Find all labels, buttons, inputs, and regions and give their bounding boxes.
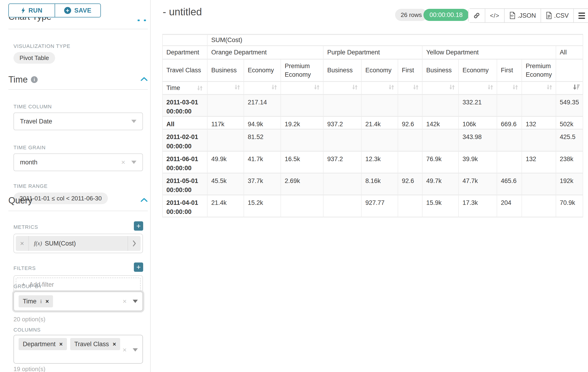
sort-icon[interactable] <box>449 84 455 91</box>
pivot-value-cell: 465.6 <box>497 173 522 195</box>
pivot-class-header: Premium Economy <box>522 60 556 82</box>
pivot-table: SUM(Cost)DepartmentOrange DepartmentPurp… <box>162 34 583 217</box>
sort-icon[interactable] <box>196 85 203 92</box>
time-column-label: TIME COLUMN <box>13 104 52 110</box>
pivot-sort-cell[interactable] <box>281 82 324 95</box>
pivot-sort-cell[interactable] <box>556 82 583 95</box>
add-metric-button[interactable]: + <box>134 221 143 231</box>
info-icon[interactable]: i <box>31 76 38 83</box>
tag-label: Travel Class <box>74 340 109 348</box>
pivot-row-header: 2011-06-01 00:00:00 <box>162 152 208 173</box>
add-filter-plus-button[interactable]: + <box>134 263 143 272</box>
group-by-select[interactable]: Timei× × <box>13 292 143 311</box>
pivot-value-cell: 19.2k <box>281 117 324 129</box>
chart-actions-bar: </> .JSON .CSV <box>468 8 588 23</box>
sort-icon[interactable] <box>512 84 519 91</box>
pivot-col-group-header: Purple Department <box>324 46 422 60</box>
metrics-box: × f(x) SUM(Cost) <box>13 234 143 253</box>
pivot-value-cell: 332.21 <box>459 95 497 117</box>
pivot-value-cell <box>208 95 244 117</box>
pivot-value-cell: 37.7k <box>244 173 281 195</box>
view-query-button[interactable]: </> <box>485 9 504 22</box>
pivot-value-cell <box>362 129 398 151</box>
pivot-value-cell: 238k <box>556 152 583 173</box>
time-column-select[interactable]: Travel Date <box>13 113 143 130</box>
sort-descending-icon[interactable] <box>573 84 580 91</box>
chart-menu-button[interactable] <box>573 9 588 22</box>
pivot-value-cell: 92.6 <box>398 117 422 129</box>
pivot-corner-cell <box>162 34 208 46</box>
sort-icon[interactable] <box>487 84 494 91</box>
clear-icon[interactable]: × <box>123 298 127 305</box>
pivot-value-cell: 15.2k <box>244 195 281 217</box>
pivot-sort-cell[interactable] <box>459 82 497 95</box>
pivot-sort-cell[interactable] <box>324 82 362 95</box>
chevron-down-icon[interactable] <box>133 300 138 303</box>
pivot-sort-cell[interactable] <box>497 82 522 95</box>
export-json-button[interactable]: .JSON <box>504 9 541 22</box>
pivot-class-header: First <box>398 60 422 82</box>
pivot-value-cell: 502k <box>556 117 583 129</box>
metric-pill[interactable]: × f(x) SUM(Cost) <box>16 236 141 251</box>
sort-icon[interactable] <box>271 84 278 91</box>
dimension-tag[interactable]: Travel Class× <box>70 338 120 350</box>
pivot-value-cell: 117k <box>208 117 244 129</box>
pivot-row-dim-travel-class: Travel Class <box>162 60 208 82</box>
pivot-value-cell: 343.98 <box>459 129 497 151</box>
pivot-sort-cell[interactable] <box>208 82 244 95</box>
pivot-value-cell <box>398 95 422 117</box>
pivot-value-cell: 937.2 <box>324 117 362 129</box>
time-grain-select[interactable]: month × <box>13 153 143 171</box>
sort-icon[interactable] <box>313 84 320 91</box>
expand-metric-icon[interactable] <box>128 236 141 251</box>
remove-tag-icon[interactable]: × <box>46 298 49 305</box>
chart-title[interactable]: - untitled <box>163 6 202 18</box>
collapse-section-icon[interactable] <box>140 77 148 82</box>
remove-tag-icon[interactable]: × <box>59 341 63 348</box>
chevron-down-icon[interactable] <box>131 161 136 164</box>
pivot-data-row: All117k94.9k19.2k937.221.4k92.6142k106k6… <box>162 117 583 129</box>
share-link-button[interactable] <box>469 9 485 22</box>
collapse-section-icon[interactable] <box>140 198 148 203</box>
columns-select[interactable]: Department×Travel Class× × <box>13 335 143 364</box>
chart-type-collapse-icon[interactable] <box>137 20 140 21</box>
sort-icon[interactable] <box>388 84 395 91</box>
pivot-value-cell: 132 <box>522 152 556 173</box>
visualization-type-label: VISUALIZATION TYPE <box>13 43 70 49</box>
pivot-sort-cell[interactable] <box>422 82 459 95</box>
info-icon[interactable]: i <box>40 298 42 305</box>
chevron-down-icon[interactable] <box>133 348 138 351</box>
pivot-row-header: 2011-04-01 00:00:00 <box>162 195 208 217</box>
sort-icon[interactable] <box>234 84 241 91</box>
visualization-type-pill[interactable]: Pivot Table <box>13 52 55 64</box>
pivot-value-cell: 2.69k <box>281 173 324 195</box>
columns-option-count: 19 option(s) <box>13 365 45 372</box>
pivot-table-body: 2011-03-01 00:00:00217.14332.21549.35All… <box>162 95 583 217</box>
sort-icon[interactable] <box>351 84 358 91</box>
pivot-value-cell <box>422 129 459 151</box>
pivot-sort-cell[interactable] <box>362 82 398 95</box>
clear-icon[interactable]: × <box>123 346 127 353</box>
remove-tag-icon[interactable]: × <box>113 341 116 348</box>
pivot-sort-cell[interactable] <box>244 82 281 95</box>
pivot-sort-cell[interactable] <box>398 82 422 95</box>
pivot-sort-cell[interactable] <box>522 82 556 95</box>
time-section-header: Time i <box>8 74 148 85</box>
pivot-data-row: 2011-06-01 00:00:0049.9k41.7k16.5k937.21… <box>162 152 583 173</box>
pivot-row-dim-time: Time <box>162 82 208 95</box>
dimension-tag[interactable]: Timei× <box>19 295 53 307</box>
remove-metric-icon[interactable]: × <box>16 236 29 251</box>
sort-icon[interactable] <box>546 84 553 91</box>
dimension-tag[interactable]: Department× <box>19 338 67 350</box>
sort-icon[interactable] <box>412 84 419 91</box>
function-icon: f(x) <box>34 240 42 247</box>
group-by-label: GROUP BY <box>13 283 42 289</box>
pivot-value-cell: 92.6 <box>398 173 422 195</box>
chart-type-collapse-icon[interactable] <box>144 20 146 21</box>
pivot-value-cell: 927.77 <box>362 195 398 217</box>
run-button[interactable]: RUN <box>9 4 55 17</box>
chevron-down-icon[interactable] <box>131 120 136 123</box>
clear-icon[interactable]: × <box>121 159 125 166</box>
export-csv-button[interactable]: .CSV <box>541 9 573 22</box>
save-button[interactable]: + SAVE <box>55 4 100 17</box>
